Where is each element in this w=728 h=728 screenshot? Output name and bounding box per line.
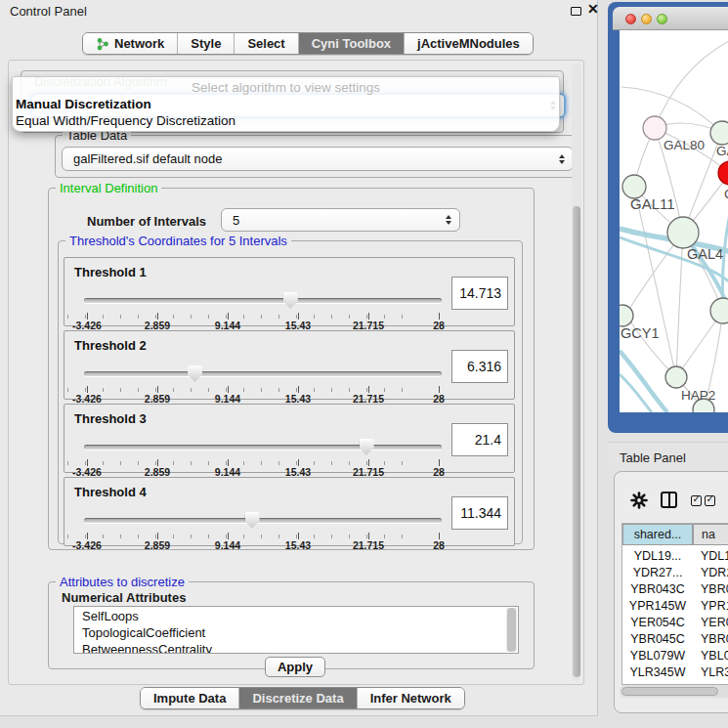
tab-cyni-toolbox-label: Cyni Toolbox: [312, 36, 391, 51]
slider-track[interactable]: [84, 371, 442, 376]
table-horizontal-scrollbar[interactable]: [620, 685, 728, 698]
slider-thumb[interactable]: [188, 365, 202, 382]
minimize-traffic-light-icon[interactable]: [641, 14, 652, 24]
node-label-gal11: GAL11: [630, 195, 675, 212]
table-row[interactable]: YDR27...YDR2: [622, 564, 728, 580]
combo-stepper-icon: [559, 154, 565, 164]
threshold-3-row: Threshold 3 -3.426 2.859 9.144 15.43 21.…: [64, 404, 515, 473]
slider-track[interactable]: [84, 445, 442, 450]
tick-label: 15.43: [285, 539, 311, 551]
list-item[interactable]: TopologicalCoefficient: [82, 625, 205, 640]
list-scrollbar[interactable]: [506, 608, 517, 652]
slider-track[interactable]: [84, 518, 442, 523]
list-item[interactable]: BetweennessCentrality: [82, 642, 212, 654]
table-horizontal-scrollbar-thumb[interactable]: [621, 687, 718, 696]
slider-minor-ticks: [67, 461, 419, 465]
slider-thumb[interactable]: [360, 439, 374, 455]
node-h[interactable]: [710, 298, 728, 323]
numerical-attributes-list[interactable]: SelfLoops TopologicalCoefficient Between…: [73, 606, 519, 654]
tab-network-label: Network: [114, 36, 164, 51]
tick-label: 9.144: [215, 539, 240, 551]
zoom-traffic-light-icon[interactable]: [657, 14, 667, 24]
close-traffic-light-icon[interactable]: [625, 14, 636, 24]
node-label-cut-c: C: [724, 187, 728, 201]
select-none-checkbox-icon[interactable]: [705, 495, 715, 506]
threshold-4-label: Threshold 4: [74, 485, 147, 499]
tick-label: 2.859: [145, 539, 170, 551]
table-row[interactable]: YPR145WYPR1: [622, 597, 728, 614]
tab-jactivemnodules[interactable]: jActiveMNodules: [404, 33, 533, 54]
attributes-title: Attributes to discretize: [56, 576, 189, 588]
tab-cyni-toolbox[interactable]: Cyni Toolbox: [298, 33, 404, 54]
number-of-intervals-combobox[interactable]: 5: [221, 208, 460, 232]
select-all-checkbox-icon[interactable]: [691, 495, 702, 506]
list-item[interactable]: SelfLoops: [82, 609, 139, 623]
threshold-1-slider[interactable]: [84, 293, 442, 313]
tab-impute-data[interactable]: Impute Data: [141, 688, 238, 708]
tab-discretize-data-label: Discretize Data: [252, 691, 343, 706]
column-header-shared-name[interactable]: shared...: [622, 524, 693, 545]
interval-definition-title: Interval Definition: [56, 182, 161, 194]
threshold-2-label: Threshold 2: [74, 338, 147, 353]
tab-discretize-data[interactable]: Discretize Data: [238, 688, 356, 708]
table-row[interactable]: YER054CYER0: [622, 614, 728, 630]
panel-scrollbar-thumb[interactable]: [573, 206, 580, 677]
cyni-bottom-tabbar: Impute Data Discretize Data Infer Networ…: [140, 687, 465, 709]
panel-scrollbar[interactable]: [572, 64, 581, 681]
slider-track[interactable]: [84, 298, 442, 303]
tick-label: 28: [433, 539, 445, 551]
threshold-3-slider[interactable]: [84, 440, 442, 459]
menu-item-equal-width-frequency[interactable]: Equal Width/Frequency Discretization: [16, 113, 236, 128]
slider-thumb[interactable]: [245, 512, 260, 529]
threshold-2-row: Threshold 2 -3.426 2.859 9.144 15.43 21.…: [64, 330, 515, 400]
tab-select[interactable]: Select: [234, 33, 297, 54]
threshold-1-value-field[interactable]: 14.713: [451, 277, 508, 310]
slider-thumb[interactable]: [283, 292, 298, 309]
algorithm-dropdown-popup: Select algorithm to view settings Manual…: [12, 76, 560, 132]
threshold-4-row: Threshold 4 -3.426 2.859 9.144 15.43 21.…: [64, 477, 515, 546]
tick-label: -3.426: [72, 539, 102, 551]
node-label-gal80: GAL80: [664, 138, 705, 152]
table-row[interactable]: YDL19...YDL1: [622, 547, 728, 564]
threshold-2-value-field[interactable]: 6.316: [451, 350, 508, 383]
node-label-gal4: GAL4: [687, 246, 723, 262]
threshold-4-value-field[interactable]: 11.344: [451, 496, 508, 530]
apply-button-label: Apply: [278, 660, 313, 674]
node-hap2[interactable]: [665, 366, 687, 388]
float-window-icon[interactable]: [571, 7, 581, 16]
threshold-3-label: Threshold 3: [74, 411, 147, 426]
table-panel-title: Table Panel: [620, 450, 686, 465]
threshold-3-value-field[interactable]: 21.4: [451, 423, 508, 456]
menu-item-manual-discretization[interactable]: Manual Discretization: [16, 97, 151, 111]
threshold-coordinates-title: Threshold's Coordinates for 5 Intervals: [65, 235, 291, 247]
algorithm-prompt: Select algorithm to view settings: [13, 80, 559, 95]
column-header-name[interactable]: na: [693, 524, 728, 545]
node-top-right[interactable]: [710, 121, 728, 145]
network-view-window: GAL80 GA C GAL11 GAL4 GCY1 H HAP2: [608, 2, 728, 433]
tab-infer-network[interactable]: Infer Network: [357, 688, 464, 708]
table-data-combobox[interactable]: galFiltered.sif default node: [62, 147, 574, 171]
apply-button[interactable]: Apply: [265, 657, 325, 677]
threshold-2-slider[interactable]: [84, 366, 442, 386]
table-row[interactable]: YBL079WYBL0: [622, 647, 728, 664]
tab-network[interactable]: Network: [83, 33, 177, 54]
threshold-4-slider[interactable]: [84, 513, 442, 533]
slider-minor-ticks: [67, 315, 419, 319]
table-row[interactable]: YBR043CYBR0: [622, 580, 728, 597]
network-window-titlebar[interactable]: [613, 7, 728, 30]
close-icon[interactable]: ✕: [587, 1, 599, 17]
node-label-hap2: HAP2: [681, 388, 715, 403]
tab-style[interactable]: Style: [177, 33, 234, 54]
table-row[interactable]: YLR345WYLR3: [622, 664, 728, 680]
table-data-value: galFiltered.sif default node: [73, 151, 222, 166]
network-canvas[interactable]: GAL80 GA C GAL11 GAL4 GCY1 H HAP2: [620, 30, 728, 412]
column-visibility-icon[interactable]: [661, 492, 677, 508]
slider-minor-ticks: [67, 535, 419, 538]
node-gal80[interactable]: [643, 116, 666, 140]
node-gal4[interactable]: [667, 217, 699, 248]
tab-infer-network-label: Infer Network: [370, 691, 451, 706]
gear-icon[interactable]: [630, 492, 648, 509]
table-row[interactable]: YBR045CYBR0: [622, 630, 728, 647]
screen: Control Panel ✕ Network Style Select: [0, 0, 728, 728]
cyni-toolbox-panel: Discretization Algorithm Table Data galF…: [8, 60, 584, 685]
